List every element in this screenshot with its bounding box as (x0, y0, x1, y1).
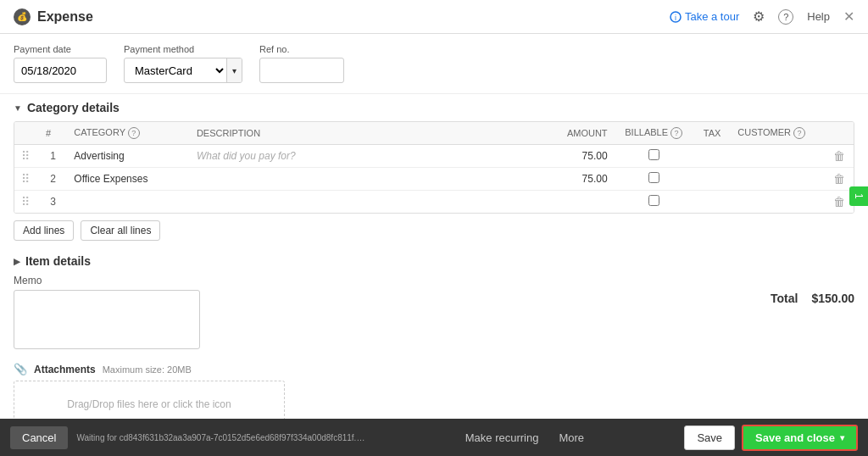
header-left: 💰 Expense (14, 8, 93, 25)
save-and-close-label: Save and close (755, 431, 835, 444)
billable-cell-2[interactable] (615, 168, 693, 191)
drag-handle-icon[interactable]: ⠿ (21, 149, 30, 163)
drag-handle-icon-3[interactable]: ⠿ (21, 195, 30, 209)
customer-cell-1[interactable] (731, 145, 825, 168)
category-cell-2[interactable]: Office Expenses (67, 168, 190, 191)
header-right: i Take a tour ⚙ ? Help ✕ (670, 8, 854, 25)
delete-row-2-button[interactable]: 🗑 (833, 172, 845, 186)
memo-label: Memo (14, 275, 200, 286)
add-lines-button[interactable]: Add lines (14, 220, 74, 241)
clear-all-lines-button[interactable]: Clear all lines (81, 220, 160, 241)
form-area: Payment date Payment method MasterCard V… (0, 34, 868, 94)
attachments-section: 📎 Attachments Maximum size: 20MB Drag/Dr… (0, 356, 868, 419)
row-num-3: 3 (39, 191, 67, 214)
th-amount: AMOUNT (539, 122, 615, 145)
save-close-dropdown-arrow[interactable]: ▾ (840, 433, 844, 442)
item-details-header[interactable]: ▶ Item details (14, 254, 854, 268)
customer-info-icon[interactable]: ? (793, 127, 805, 139)
total-row-display: Total $150.00 (771, 292, 854, 305)
footer-center: Make recurring More (465, 431, 584, 444)
close-icon[interactable]: ✕ (843, 8, 854, 25)
row-num-1: 1 (39, 145, 67, 168)
drop-zone[interactable]: Drag/Drop files here or click the icon (14, 381, 285, 419)
delete-row-3-button[interactable]: 🗑 (833, 195, 845, 209)
category-details-section: ▼ Category details # CATEGORY ? DESCRIPT… (0, 94, 868, 247)
ref-no-input[interactable] (259, 58, 344, 83)
billable-checkbox-2[interactable] (648, 172, 659, 183)
drop-zone-text: Drag/Drop files here or click the icon (67, 398, 231, 410)
category-details-arrow: ▼ (14, 103, 22, 113)
drag-handle-icon-2[interactable]: ⠿ (21, 172, 30, 186)
customer-cell-2[interactable] (731, 168, 825, 191)
amount-cell-1[interactable]: 75.00 (539, 145, 615, 168)
expense-icon: 💰 (14, 8, 31, 25)
footer-right: Save Save and close ▾ (684, 425, 858, 451)
billable-cell-3[interactable] (615, 191, 693, 214)
th-category: CATEGORY ? (67, 122, 190, 145)
page-title: Expense (37, 9, 93, 25)
save-button[interactable]: Save (684, 425, 735, 450)
payment-date-label: Payment date (14, 44, 107, 54)
svg-text:i: i (675, 14, 676, 22)
tax-cell-3 (693, 191, 732, 214)
cancel-button[interactable]: Cancel (10, 426, 68, 449)
payment-method-select[interactable]: MasterCard Visa Cash Check (125, 59, 226, 82)
description-cell-1[interactable]: What did you pay for? (190, 145, 539, 168)
th-hash: # (39, 122, 67, 145)
amount-cell-2[interactable]: 75.00 (539, 168, 615, 191)
memo-textarea[interactable] (14, 290, 200, 349)
content-area: ▼ Category details # CATEGORY ? DESCRIPT… (0, 94, 868, 419)
billable-checkbox-3[interactable] (648, 195, 659, 206)
app-header: 💰 Expense i Take a tour ⚙ ? Help ✕ (0, 0, 868, 34)
attachments-limit: Maximum size: 20MB (103, 364, 192, 375)
billable-cell-1[interactable] (615, 145, 693, 168)
delete-row-1-button[interactable]: 🗑 (833, 149, 845, 163)
help-circle-icon[interactable]: ? (778, 9, 793, 25)
category-cell-3[interactable] (67, 191, 190, 214)
table-row: ⠿ 3 🗑 (14, 191, 854, 214)
table-buttons: Add lines Clear all lines (14, 220, 854, 241)
drag-handle-cell: ⠿ (14, 145, 39, 168)
category-info-icon[interactable]: ? (128, 127, 140, 139)
payment-method-arrow[interactable]: ▾ (226, 58, 242, 82)
footer-left: Cancel Waiting for cd843f631b32aa3a907a-… (10, 426, 364, 449)
item-details-label: Item details (25, 254, 91, 268)
help-label[interactable]: Help (807, 10, 830, 23)
make-recurring-link[interactable]: Make recurring (465, 431, 539, 444)
amount-cell-3[interactable] (539, 191, 615, 214)
footer-url: Waiting for cd843f631b32aa3a907a-7c0152d… (68, 433, 364, 442)
drag-handle-cell-3: ⠿ (14, 191, 39, 214)
take-tour-link[interactable]: i Take a tour (670, 10, 739, 23)
table-header-row: # CATEGORY ? DESCRIPTION AMOUNT BILLABLE… (14, 122, 854, 145)
category-cell-1[interactable]: Advertising (67, 145, 190, 168)
billable-checkbox-1[interactable] (648, 149, 659, 160)
settings-icon[interactable]: ⚙ (753, 8, 765, 25)
category-table: # CATEGORY ? DESCRIPTION AMOUNT BILLABLE… (14, 122, 854, 213)
table-row: ⠿ 2 Office Expenses 75.00 🗑 (14, 168, 854, 191)
side-tab[interactable]: 1 (849, 186, 868, 206)
item-details-arrow: ▶ (14, 257, 20, 266)
description-cell-3[interactable] (190, 191, 539, 214)
category-details-label: Category details (27, 101, 120, 114)
form-row: Payment date Payment method MasterCard V… (14, 44, 854, 83)
ref-no-field: Ref no. (259, 44, 344, 83)
th-billable: BILLABLE ? (615, 122, 693, 145)
more-link[interactable]: More (559, 431, 584, 444)
billable-info-icon[interactable]: ? (670, 127, 682, 139)
customer-cell-3[interactable] (731, 191, 825, 214)
th-customer: CUSTOMER ? (731, 122, 825, 145)
payment-method-label: Payment method (124, 44, 242, 54)
save-and-close-button[interactable]: Save and close ▾ (742, 425, 858, 451)
footer: Cancel Waiting for cd843f631b32aa3a907a-… (0, 419, 868, 456)
memo-area: Memo (14, 275, 200, 349)
payment-method-field: Payment method MasterCard Visa Cash Chec… (124, 44, 242, 83)
total-value: $150.00 (811, 292, 854, 305)
th-actions (826, 122, 854, 145)
row-num-2: 2 (39, 168, 67, 191)
tax-cell-1 (693, 145, 732, 168)
memo-total-row: Memo Total $150.00 (14, 275, 854, 349)
category-details-header[interactable]: ▼ Category details (14, 101, 854, 114)
description-cell-2[interactable] (190, 168, 539, 191)
table-row: ⠿ 1 Advertising What did you pay for? 75… (14, 145, 854, 168)
payment-date-input[interactable] (14, 58, 107, 83)
